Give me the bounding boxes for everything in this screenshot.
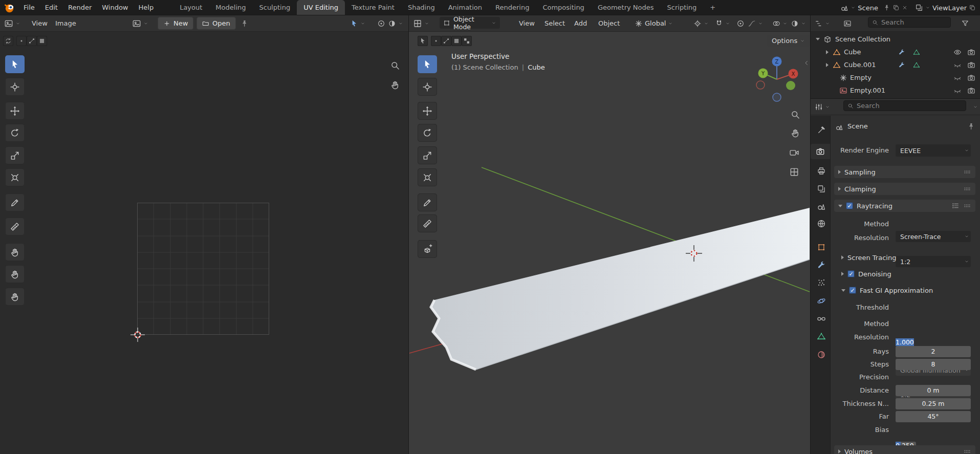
v3d-menu-object[interactable]: Object (593, 17, 625, 30)
workspace-tab-shading[interactable]: Shading (401, 0, 442, 15)
gizmo-neg-z-axis[interactable] (773, 93, 781, 101)
snap-target-selector[interactable] (693, 17, 709, 30)
drag-handle-icon[interactable] (963, 185, 971, 193)
menu-help[interactable]: Help (134, 1, 159, 14)
close-icon[interactable] (902, 5, 908, 11)
steps-field[interactable]: 8 (896, 359, 971, 370)
properties-search[interactable] (843, 100, 966, 111)
v3d-tool-move[interactable] (418, 102, 437, 120)
pan-hand-icon[interactable] (390, 80, 400, 90)
denoising-checkbox[interactable] (847, 270, 855, 277)
menu-render[interactable]: Render (63, 1, 97, 14)
far-field[interactable]: 45° (896, 411, 971, 422)
new-image-button[interactable]: New (158, 17, 193, 30)
pin-icon[interactable] (967, 122, 975, 131)
expand-arrow-icon[interactable] (826, 63, 829, 67)
v3d-tool-select-box[interactable] (418, 55, 437, 73)
workspace-tab-compositing[interactable]: Compositing (536, 0, 591, 15)
scene-selector[interactable]: Scene (840, 4, 908, 12)
overlays-toggle[interactable] (772, 17, 788, 30)
mode-selector[interactable]: Object Mode (440, 17, 500, 29)
tab-scene[interactable] (813, 199, 830, 214)
outliner-row-empty[interactable]: Empty (811, 71, 980, 84)
outliner-row-empty-001[interactable]: Empty.001 (811, 84, 980, 97)
modifier-wrench-icon[interactable] (898, 49, 905, 56)
uv-tool-relax[interactable] (5, 265, 25, 283)
proportional-edit-toggle[interactable] (736, 17, 745, 30)
fast-gi-checkbox[interactable] (849, 287, 856, 294)
viewport-toggle-face[interactable] (451, 36, 462, 46)
duplicate-icon[interactable] (969, 4, 976, 11)
workspace-tab-uv-editing[interactable]: UV Editing (297, 0, 345, 15)
outliner-row-cube-001[interactable]: Cube.001 (811, 58, 980, 71)
panel-clamping[interactable]: Clamping (834, 183, 975, 195)
outliner-search[interactable] (868, 17, 951, 28)
options-button[interactable]: Options (767, 35, 810, 47)
list-icon[interactable] (951, 202, 960, 210)
tab-view-layer[interactable] (813, 181, 830, 197)
outliner-editor-type-button[interactable] (815, 17, 830, 30)
mesh-data-icon[interactable] (913, 49, 920, 56)
uv-tool-pinch[interactable] (5, 288, 25, 306)
workspace-tab-animation[interactable]: Animation (442, 0, 489, 15)
panel-raytracing[interactable]: Raytracing (834, 200, 975, 212)
uv-menu-image[interactable]: Image (50, 17, 81, 30)
eye-closed-icon[interactable] (953, 61, 962, 69)
pin-icon[interactable] (883, 4, 890, 11)
menu-edit[interactable]: Edit (40, 1, 63, 14)
uv-canvas[interactable] (0, 31, 408, 454)
uv-editor-type-button[interactable] (4, 17, 20, 30)
uv-menu-view[interactable]: View (27, 17, 53, 30)
v3d-menu-view[interactable]: View (514, 17, 540, 30)
workspace-tab-sculpting[interactable]: Sculpting (252, 0, 297, 15)
tab-tool[interactable] (813, 122, 830, 138)
v3d-tool-scale[interactable] (418, 146, 437, 164)
expand-arrow-icon[interactable] (816, 38, 820, 40)
uv-tool-rotate[interactable] (5, 124, 25, 142)
drag-handle-icon[interactable] (963, 202, 971, 210)
eye-closed-icon[interactable] (953, 74, 962, 82)
v3d-tool-cursor[interactable] (418, 78, 437, 96)
navigation-gizmo[interactable]: Z Y X (753, 55, 802, 104)
uv-tool-cursor[interactable] (5, 78, 25, 96)
viewport-toggle-vertex[interactable] (431, 36, 441, 46)
menu-window[interactable]: Window (97, 1, 133, 14)
pan-hand-icon[interactable] (790, 128, 800, 138)
v3d-tool-add-cube[interactable] (418, 240, 437, 258)
v3d-tool-transform[interactable] (418, 168, 437, 186)
uv-tool-transform[interactable] (5, 168, 25, 186)
outliner-display-mode[interactable] (843, 17, 852, 30)
workspace-tab-rendering[interactable]: Rendering (489, 0, 536, 15)
uv-face-mode-button[interactable] (37, 36, 47, 46)
panel-volumes[interactable]: Volumes (834, 445, 975, 454)
uv-tool-tweak[interactable] (5, 55, 25, 73)
gizmo-neg-x-axis[interactable] (756, 81, 765, 89)
outliner-row-scene-collection[interactable]: Scene Collection (811, 33, 980, 46)
rays-field[interactable]: 2 (896, 346, 971, 357)
v3d-tool-measure[interactable] (418, 214, 437, 232)
viewport-canvas[interactable] (409, 31, 810, 454)
workspace-tab-layout[interactable]: Layout (173, 0, 209, 15)
rt-method-dropdown[interactable]: Screen-Trace (896, 231, 971, 242)
eye-icon[interactable] (953, 48, 962, 56)
collapse-region-icon[interactable] (803, 59, 810, 67)
snap-toggle[interactable] (715, 17, 730, 30)
viewport-toggle-edge[interactable] (441, 36, 451, 46)
v3d-tool-annotate[interactable] (418, 193, 437, 211)
proportional-falloff-selector[interactable] (748, 17, 763, 30)
uv-edge-mode-button[interactable] (27, 36, 37, 46)
modifier-wrench-icon[interactable] (898, 61, 905, 69)
blender-logo-icon[interactable] (4, 2, 15, 13)
uv-snap-selector[interactable] (350, 17, 365, 30)
expand-arrow-icon[interactable] (826, 50, 829, 54)
v3d-menu-add[interactable]: Add (569, 17, 592, 30)
workspace-tab-scripting[interactable]: Scripting (661, 0, 704, 15)
render-engine-dropdown[interactable]: EEVEE (896, 144, 971, 157)
uv-vertex-mode-button[interactable] (16, 36, 27, 46)
drag-handle-icon[interactable] (963, 447, 971, 454)
properties-options-button[interactable] (973, 100, 978, 113)
drag-handle-icon[interactable] (963, 168, 971, 176)
v3d-menu-select[interactable]: Select (539, 17, 570, 30)
properties-search-input[interactable] (857, 102, 962, 110)
open-image-button[interactable]: Open (197, 17, 236, 30)
